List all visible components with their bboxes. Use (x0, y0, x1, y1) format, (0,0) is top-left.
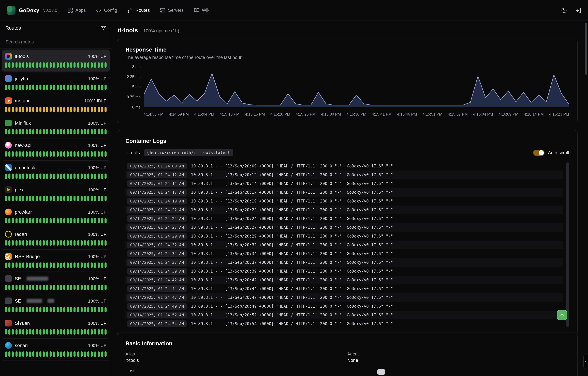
route-status: 100% UP (88, 187, 107, 192)
scroll-to-bottom-button[interactable] (557, 310, 567, 320)
search-input[interactable] (0, 35, 112, 49)
field-value: None (347, 358, 569, 363)
log-message: 10.89.3.1 - - [13/Sep/20:14 +0000] "HEAD… (191, 181, 393, 186)
log-row: 09/14/2025, 01:24:37 AM10.89.3.1 - - [13… (125, 258, 563, 267)
route-item-sonarr[interactable]: sonarr100% UP (2, 339, 110, 361)
logs-route-name: it-tools (125, 150, 140, 155)
nav-item-wiki[interactable]: Wiki (194, 7, 211, 13)
log-timestamp: 09/14/2025, 01:24:17 AM (127, 189, 187, 196)
route-name: sonarr (15, 343, 28, 348)
log-timestamp: 09/14/2025, 01:24:47 AM (127, 294, 187, 301)
log-viewport[interactable]: 09/14/2025, 01:24:09 AM10.89.3.1 - - [13… (125, 162, 569, 328)
logs-subheader: it-tools ghcr.io/corentinth/it-tools:lat… (125, 149, 569, 156)
route-status: 100% IDLE (84, 98, 107, 103)
auto-scroll-toggle[interactable] (533, 149, 545, 156)
route-name: radarr (15, 231, 27, 237)
route-item-omni-tools[interactable]: omni-tools100% UP (2, 161, 110, 183)
plex-favicon (5, 186, 12, 193)
y-tick-label: 0 ms (132, 105, 141, 109)
x-tick-label: 4:16:09 PM (499, 112, 518, 116)
x-tick-label: 4:15:57 PM (448, 112, 468, 116)
main-content[interactable]: it-tools 100% uptime (1h) Response Time … (112, 21, 588, 376)
area-chart (144, 67, 569, 107)
route-item-se[interactable]: SE100% UP (2, 272, 110, 294)
route-list[interactable]: it-tools100% UPjellyfin100% UPmetube100%… (0, 49, 112, 376)
x-tick-label: 4:15:10 PM (220, 112, 240, 116)
route-name: RSS-Bridge (15, 254, 40, 259)
log-timestamp: 09/14/2025, 01:24:12 AM (127, 171, 187, 178)
log-row: 09/14/2025, 01:24:32 AM10.89.3.1 - - [13… (125, 240, 563, 249)
collapse-panel-button[interactable] (583, 354, 588, 369)
logout-button[interactable] (575, 7, 581, 13)
se-favicon (5, 297, 12, 304)
jellyfin-favicon (5, 75, 12, 82)
y-tick-label: 3 ms (132, 65, 141, 69)
brand-name: GoDoxy (19, 7, 39, 13)
uptime-bars (5, 62, 107, 68)
x-tick-label: 4:15:04 PM (194, 112, 214, 116)
route-item-new-api[interactable]: new-api100% UP (2, 138, 110, 161)
godoxy-app: GoDoxy v0.18.0 Apps Config Routes Server… (0, 0, 588, 376)
log-timestamp: 09/14/2025, 01:24:14 AM (127, 180, 187, 187)
nav-item-routes[interactable]: Routes (127, 7, 150, 13)
uptime-summary: 100% uptime (1h) (143, 28, 179, 33)
log-timestamp: 09/14/2025, 01:24:42 AM (127, 277, 187, 283)
nav-label: Config (104, 8, 117, 13)
page-header: it-tools 100% uptime (1h) (118, 27, 577, 34)
route-item-siyuan[interactable]: SiYuan100% UP (2, 316, 110, 339)
it-tools-favicon (5, 53, 12, 60)
uptime-bars (5, 240, 107, 246)
metube-favicon (5, 97, 12, 104)
route-item-jellyfin[interactable]: jellyfin100% UP (2, 72, 110, 94)
route-status: 100% UP (88, 76, 107, 81)
redacted-name (26, 277, 48, 281)
route-item-metube[interactable]: metube100% IDLE (2, 94, 110, 116)
route-item-miniflux[interactable]: Miniflux100% UP (2, 116, 110, 138)
route-item-plex[interactable]: plex100% UP (2, 183, 110, 205)
uptime-bars (5, 329, 107, 334)
logout-icon (575, 7, 581, 13)
card-title: Response Time (125, 46, 569, 53)
log-row: 09/14/2025, 01:24:24 AM10.89.3.1 - - [13… (125, 214, 563, 223)
nav-item-servers[interactable]: Servers (160, 7, 184, 13)
route-item-radarr[interactable]: radarr100% UP (2, 227, 110, 250)
x-tick-label: 4:15:20 PM (270, 112, 290, 116)
grid-icon (67, 7, 73, 13)
theme-toggle-button[interactable] (561, 7, 567, 13)
log-scrollbar-thumb[interactable] (567, 162, 569, 327)
card-title: Basic Information (125, 340, 569, 347)
uptime-bars (5, 196, 107, 201)
y-tick-label: 2.25 ms (127, 75, 141, 79)
basic-info-fields: Alias it-tools Agent None Host (125, 351, 569, 375)
y-tick-label: 0.75 ms (127, 95, 141, 99)
route-item-prowlarr[interactable]: prowlarr100% UP (2, 205, 110, 227)
x-tick-label: 4:15:41 PM (372, 112, 392, 116)
log-message: 10.89.3.1 - - [13/Sep/20:17 +0000] "HEAD… (191, 190, 393, 195)
chevron-left-icon (584, 360, 588, 363)
x-tick-label: 4:15:30 PM (321, 112, 341, 116)
y-tick-label: 1.5 ms (129, 85, 141, 89)
route-status: 100% UP (88, 232, 107, 237)
window-scrollbar-thumb[interactable] (585, 22, 587, 75)
brand: GoDoxy v0.18.0 (7, 6, 57, 15)
radarr-favicon (5, 231, 12, 238)
toggle-knob (539, 150, 544, 155)
x-tick-label: 4:15:15 PM (245, 112, 265, 116)
log-message: 10.89.3.1 - - [13/Sep/20:47 +0000] "HEAD… (191, 295, 393, 300)
log-timestamp: 09/14/2025, 01:24:19 AM (127, 198, 187, 205)
card-subtitle: The average response time of the route o… (125, 55, 569, 60)
basic-info-card: Basic Information Alias it-tools Agent N… (117, 333, 577, 376)
route-item-it-tools[interactable]: it-tools100% UP (2, 50, 110, 72)
route-item-rss-bridge[interactable]: RSS-Bridge100% UP (2, 250, 110, 272)
version-label: v0.18.0 (43, 8, 57, 13)
log-message: 10.89.3.1 - - [13/Sep/20:24 +0000] "HEAD… (191, 216, 393, 221)
nav-item-config[interactable]: Config (96, 7, 117, 13)
field-label: Alias (125, 351, 347, 356)
se-favicon (5, 275, 12, 282)
moon-icon (561, 7, 567, 13)
log-timestamp: 09/14/2025, 01:24:49 AM (127, 303, 187, 310)
route-item-se[interactable]: SE100% UP (2, 294, 110, 316)
filter-icon[interactable] (101, 25, 106, 31)
nav-item-apps[interactable]: Apps (67, 7, 86, 13)
code-icon (96, 7, 102, 13)
